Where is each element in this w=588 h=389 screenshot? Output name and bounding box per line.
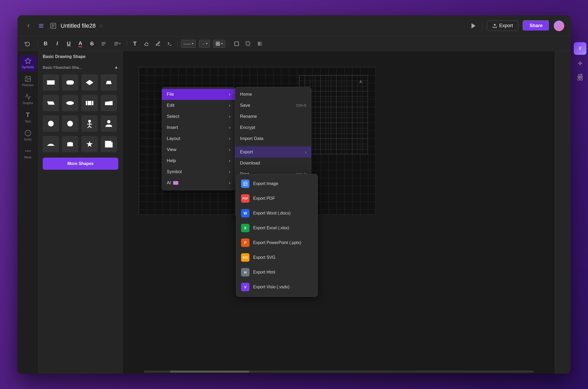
eraser-button[interactable] bbox=[142, 39, 151, 48]
export-visio-icon: V bbox=[241, 283, 249, 291]
user-avatar[interactable] bbox=[554, 21, 564, 31]
export-excel-icon: X bbox=[241, 224, 249, 232]
export-html-icon: H bbox=[241, 268, 249, 276]
pen-button[interactable] bbox=[153, 39, 163, 48]
shape-note[interactable] bbox=[101, 136, 117, 152]
svg-rect-22 bbox=[246, 41, 249, 45]
connector-button[interactable] bbox=[165, 39, 174, 48]
submenu-encrypt[interactable]: Encrypt bbox=[235, 122, 311, 133]
menu-item-layout[interactable]: Layout › bbox=[162, 133, 235, 144]
chevron-right-icon-view: › bbox=[229, 147, 231, 152]
rect-outline-button[interactable] bbox=[232, 39, 241, 48]
menu-item-ai[interactable]: AI › bbox=[162, 177, 235, 188]
submenu-import-data[interactable]: Import Data bbox=[235, 133, 311, 144]
export-button[interactable]: Export bbox=[487, 21, 518, 31]
svg-rect-37 bbox=[47, 80, 55, 85]
canvas-area[interactable]: A File › Edit › S bbox=[123, 51, 555, 374]
shape-rect[interactable] bbox=[43, 74, 59, 91]
sidebar-item-pictures[interactable]: Pictures bbox=[19, 73, 36, 89]
shape-trapezoid[interactable] bbox=[101, 74, 117, 91]
submenu-download[interactable]: Download bbox=[235, 158, 311, 169]
sidebar-item-more[interactable]: More bbox=[19, 145, 36, 161]
export-html-item[interactable]: H Export Html bbox=[236, 265, 317, 280]
sidebar-item-text[interactable]: T Text bbox=[19, 109, 36, 125]
svg-point-36 bbox=[30, 151, 30, 151]
submenu-save-label: Save bbox=[240, 103, 250, 108]
menu-item-edit[interactable]: Edit › bbox=[162, 100, 235, 111]
shape-cylinder[interactable] bbox=[62, 136, 78, 152]
menu-item-view[interactable]: View › bbox=[162, 144, 235, 155]
submenu-rename[interactable]: Rename bbox=[235, 111, 311, 122]
text-button[interactable]: T bbox=[130, 39, 140, 48]
align-button[interactable] bbox=[99, 39, 108, 48]
shape-process[interactable] bbox=[81, 95, 98, 111]
bold-button[interactable]: B bbox=[41, 39, 50, 48]
sidebar-icons-label: Icons bbox=[24, 138, 32, 141]
align-more-button[interactable]: ▾ bbox=[110, 39, 124, 48]
svg-point-48 bbox=[67, 121, 73, 127]
sidebar-item-icons[interactable]: Icons bbox=[19, 128, 36, 143]
submenu-home[interactable]: Home bbox=[235, 89, 311, 100]
font-color-button[interactable]: A bbox=[76, 39, 85, 48]
line-style-select[interactable]: ——▾ bbox=[181, 40, 196, 48]
header: Untitled file28 ☆ Export Share bbox=[17, 15, 571, 36]
submenu-save[interactable]: Save Ctrl+S bbox=[235, 100, 311, 111]
menu-item-select[interactable]: Select › bbox=[162, 111, 235, 122]
export-word-item[interactable]: W Export Word (.docx) bbox=[236, 206, 317, 221]
shape-star2[interactable] bbox=[81, 136, 98, 152]
submenu-download-label: Download bbox=[240, 161, 260, 166]
shape-manual-input[interactable] bbox=[101, 95, 117, 111]
export-pdf-item[interactable]: PDF Export PDF bbox=[236, 191, 317, 206]
shape-ellipse-h[interactable] bbox=[62, 95, 78, 111]
export-html-label: Export Html bbox=[253, 270, 275, 275]
shape-arc[interactable] bbox=[43, 136, 59, 152]
shape-parallelogram[interactable] bbox=[43, 95, 59, 111]
svg-marker-39 bbox=[86, 80, 93, 85]
menu-view-label: View bbox=[167, 147, 177, 152]
shape-person[interactable] bbox=[81, 115, 98, 132]
menu-item-help[interactable]: Help › bbox=[162, 155, 235, 166]
svg-marker-59 bbox=[111, 141, 112, 142]
scrollbar-track[interactable] bbox=[144, 371, 534, 373]
menu-item-file[interactable]: File › bbox=[162, 89, 235, 100]
arrow-style-select[interactable]: →▾ bbox=[199, 40, 210, 48]
svg-point-47 bbox=[48, 121, 54, 127]
strikethrough-button[interactable]: S bbox=[87, 39, 97, 48]
svg-point-34 bbox=[26, 151, 26, 151]
table-style-select[interactable]: ▾ bbox=[213, 40, 225, 48]
underline-button[interactable]: U bbox=[64, 39, 74, 48]
shadow-button[interactable] bbox=[243, 39, 253, 48]
chevron-right-icon-ai: › bbox=[229, 180, 231, 186]
share-button[interactable]: Share bbox=[523, 20, 550, 31]
shape-circle[interactable] bbox=[62, 115, 78, 132]
shape-rounded-rect[interactable] bbox=[62, 74, 78, 91]
menu-button[interactable] bbox=[36, 21, 46, 31]
export-ppt-item[interactable]: P Export PowerPoint (.pptx) bbox=[236, 235, 317, 250]
shape-diamond[interactable] bbox=[81, 74, 98, 91]
italic-button[interactable]: I bbox=[52, 39, 62, 48]
chevron-right-icon-help: › bbox=[229, 158, 231, 163]
svg-marker-41 bbox=[47, 101, 55, 105]
sidebar-item-symbols[interactable]: Symbols bbox=[19, 55, 36, 71]
undo-button[interactable] bbox=[23, 39, 32, 48]
svg-point-62 bbox=[244, 183, 245, 183]
scrollbar-thumb[interactable] bbox=[170, 371, 249, 373]
back-button[interactable] bbox=[24, 21, 33, 31]
submenu-export[interactable]: Export › bbox=[235, 147, 311, 158]
export-excel-item[interactable]: X Export Excel (.xlsx) bbox=[236, 221, 317, 235]
star-button[interactable]: ☆ bbox=[99, 23, 104, 29]
sidebar-symbols-label: Symbols bbox=[22, 65, 34, 69]
menu-item-symbol[interactable]: Symbol › bbox=[162, 166, 235, 177]
flowchart-section-header[interactable]: Basic Flowchart Sha... ▲ bbox=[38, 62, 122, 72]
sidebar-item-graphs[interactable]: Graphs bbox=[19, 91, 36, 107]
menu-item-insert[interactable]: Insert › bbox=[162, 122, 235, 133]
export-svg-item[interactable]: SVG Export SVG bbox=[236, 250, 317, 265]
distribute-button[interactable] bbox=[255, 39, 264, 48]
more-shapes-button[interactable]: More Shapes bbox=[43, 158, 118, 170]
shape-user[interactable] bbox=[101, 115, 117, 132]
toolbar-sep-1 bbox=[37, 41, 38, 47]
shape-ellipse[interactable] bbox=[43, 115, 59, 132]
export-visio-item[interactable]: V Export Visio (.vsdx) bbox=[236, 280, 317, 294]
play-button[interactable] bbox=[469, 21, 478, 31]
export-image-item[interactable]: Export Image bbox=[236, 176, 317, 191]
